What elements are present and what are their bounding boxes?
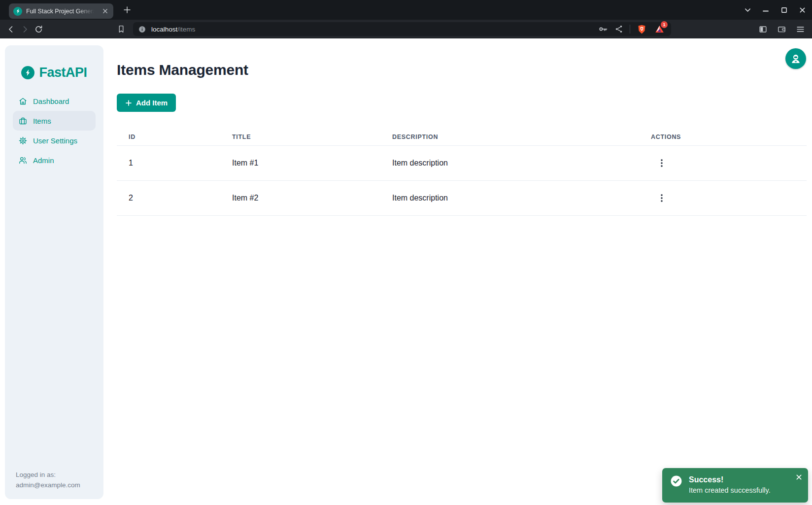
sidebar-item-user-settings[interactable]: User Settings	[13, 131, 96, 150]
browser-toolbar: localhost/items 1	[0, 20, 812, 38]
back-button[interactable]	[4, 22, 18, 36]
cell-id: 2	[117, 194, 220, 202]
home-icon	[19, 97, 27, 105]
page-content: FastAPI Dashboard Items User Settings	[0, 38, 812, 505]
toast-title: Success!	[689, 474, 771, 485]
cell-title: Item #2	[220, 194, 380, 202]
table-row: 2 Item #2 Item description	[117, 181, 807, 216]
items-table: ID TITLE DESCRIPTION ACTIONS 1 Item #1 I…	[117, 128, 807, 216]
logo-text: FastAPI	[39, 65, 87, 80]
logged-in-label: Logged in as:	[16, 470, 80, 480]
kebab-icon	[658, 159, 666, 168]
logged-in-footer: Logged in as: admin@example.com	[16, 470, 80, 490]
fastapi-logo: FastAPI	[5, 65, 103, 80]
column-header-actions: ACTIONS	[639, 134, 807, 140]
page-title: Items Management	[117, 38, 812, 78]
kebab-icon	[658, 194, 666, 202]
share-icon[interactable]	[614, 25, 623, 34]
url-bar[interactable]: localhost/items 1	[133, 22, 671, 36]
sidebar-panel-icon[interactable]	[756, 22, 770, 36]
sidebar-item-admin[interactable]: Admin	[13, 150, 96, 170]
window-close-button[interactable]	[798, 6, 806, 14]
menu-hamburger-icon[interactable]	[793, 22, 807, 36]
sidebar-item-label: User Settings	[33, 136, 77, 145]
url-bar-separator	[630, 25, 630, 34]
toast-message: Item created successfully.	[689, 485, 771, 496]
browser-tab[interactable]: Full Stack Project Genera	[9, 3, 113, 19]
main-area: Items Management Add Item ID TITLE DESCR…	[117, 38, 812, 216]
toast-text: Success! Item created successfully.	[689, 474, 771, 496]
wallet-icon[interactable]	[775, 22, 788, 36]
sidebar-item-label: Admin	[33, 156, 54, 165]
tab-title: Full Stack Project Genera	[26, 8, 97, 15]
cell-id: 1	[117, 159, 220, 168]
fastapi-favicon-icon	[13, 7, 22, 16]
brave-shield-icon[interactable]	[637, 24, 647, 34]
table-row: 1 Item #1 Item description	[117, 146, 807, 181]
cell-description: Item description	[380, 159, 639, 168]
users-icon	[19, 156, 27, 165]
window-minimize-button[interactable]	[762, 6, 770, 14]
sidebar: FastAPI Dashboard Items User Settings	[5, 45, 103, 499]
toast-close-icon[interactable]	[794, 472, 804, 482]
sidebar-item-label: Items	[33, 117, 51, 125]
site-info-icon[interactable]	[138, 25, 146, 34]
url-host: localhost	[151, 26, 177, 33]
fastapi-lightning-icon	[21, 66, 34, 79]
password-key-icon[interactable]	[598, 24, 608, 34]
check-circle-icon	[670, 475, 682, 487]
url-path: /items	[177, 26, 195, 33]
user-astronaut-icon	[790, 53, 802, 65]
user-menu-avatar-button[interactable]	[785, 48, 806, 69]
forward-button[interactable]	[18, 22, 32, 36]
briefcase-icon	[19, 117, 27, 125]
window-maximize-button[interactable]	[780, 6, 788, 14]
cell-title: Item #1	[220, 159, 380, 168]
success-toast: Success! Item created successfully.	[662, 468, 808, 503]
brave-rewards-icon[interactable]: 1	[653, 23, 665, 35]
new-tab-button[interactable]	[121, 3, 134, 16]
browser-dropdown-chevron-icon[interactable]	[744, 6, 751, 14]
cell-description: Item description	[380, 194, 639, 202]
sidebar-item-items[interactable]: Items	[13, 111, 96, 131]
column-header-description: DESCRIPTION	[380, 134, 639, 140]
reload-button[interactable]	[32, 22, 45, 36]
window-controls	[744, 0, 806, 20]
plus-icon	[125, 100, 132, 106]
add-item-button[interactable]: Add Item	[117, 94, 176, 112]
url-text: localhost/items	[151, 26, 195, 33]
row-actions-menu-button[interactable]	[654, 190, 670, 206]
sidebar-item-dashboard[interactable]: Dashboard	[13, 91, 96, 111]
browser-tab-bar: Full Stack Project Genera	[0, 0, 812, 20]
sidebar-item-label: Dashboard	[33, 97, 69, 105]
bookmark-icon[interactable]	[114, 22, 128, 36]
logged-in-email: admin@example.com	[16, 480, 80, 490]
rewards-badge: 1	[661, 21, 668, 28]
toolbar-right-group	[756, 22, 807, 36]
table-header-row: ID TITLE DESCRIPTION ACTIONS	[117, 128, 807, 146]
tab-close-icon[interactable]	[101, 7, 109, 16]
column-header-id: ID	[117, 134, 220, 140]
url-bar-actions: 1	[598, 23, 665, 35]
row-actions-menu-button[interactable]	[654, 155, 670, 171]
sidebar-nav: Dashboard Items User Settings Admin	[13, 91, 96, 170]
column-header-title: TITLE	[220, 134, 380, 140]
gear-icon	[19, 136, 27, 145]
add-item-label: Add Item	[136, 99, 168, 107]
